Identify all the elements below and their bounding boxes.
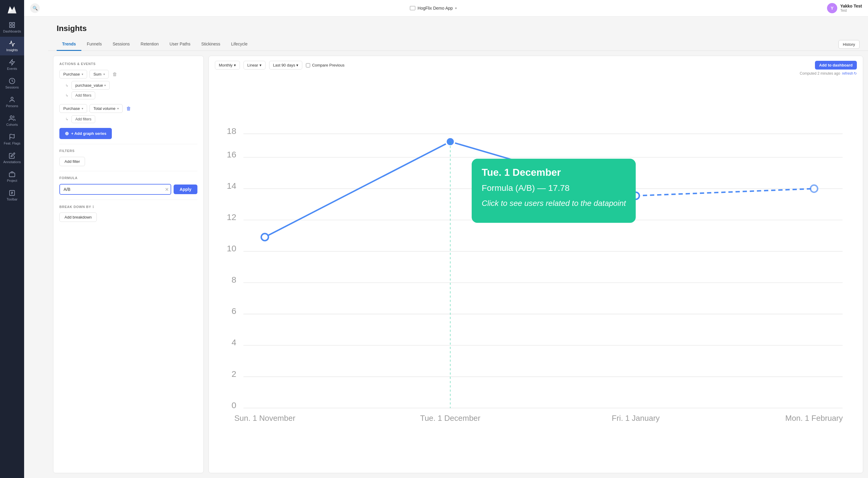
formula-input-wrap: ✕: [59, 184, 171, 195]
series-b-row: Purchase ▾ Total volume ▾ 🗑 ↳ Add filter…: [59, 104, 197, 123]
sidebar-item-dashboards[interactable]: Dashboards: [0, 18, 24, 37]
chevron-down-icon: ▾: [104, 84, 106, 87]
sidebar: Dashboards Insights Events Sessions Pers…: [0, 0, 24, 478]
svg-text:8: 8: [231, 275, 236, 284]
computed-row: Computed 2 minutes ago refresh ↻: [209, 70, 863, 75]
add-to-dashboard-button[interactable]: Add to dashboard: [815, 61, 857, 70]
sidebar-item-project[interactable]: Project: [0, 167, 24, 186]
series-a-aggregation-select[interactable]: Sum ▾: [90, 70, 109, 78]
svg-text:0: 0: [231, 400, 236, 410]
breakdown-label: BREAK DOWN BY: [59, 205, 91, 209]
svg-point-8: [11, 97, 13, 99]
series-a-filters-row: ↳ Add filters: [59, 92, 197, 99]
svg-text:Mon. 1 February: Mon. 1 February: [785, 414, 843, 422]
formula-clear-button[interactable]: ✕: [165, 186, 169, 192]
search-button[interactable]: 🔍: [30, 3, 40, 13]
svg-text:14: 14: [227, 181, 236, 191]
svg-rect-3: [13, 23, 14, 24]
svg-text:Formula (A/B) — 17.78: Formula (A/B) — 17.78: [482, 183, 569, 193]
tab-sessions[interactable]: Sessions: [107, 38, 135, 51]
username: Yakko Test: [840, 4, 862, 8]
sidebar-item-annotations[interactable]: Annotations: [0, 149, 24, 167]
add-filter-button[interactable]: Add filter: [59, 157, 85, 166]
series-b-filters-row: ↳ Add filters: [59, 115, 197, 123]
svg-text:Tue. 1 December: Tue. 1 December: [420, 414, 480, 422]
app-name-display: HogFlix Demo App ▾: [410, 6, 457, 10]
tab-stickiness[interactable]: Stickiness: [196, 38, 226, 51]
user-details: Yakko Test Test: [840, 4, 862, 13]
tab-user-paths[interactable]: User Paths: [164, 38, 195, 51]
tab-funnels[interactable]: Funnels: [82, 38, 107, 51]
actions-events-label: ACTIONS & EVENTS: [59, 62, 197, 66]
series-a-event-select[interactable]: Purchase ▾: [59, 70, 87, 78]
compare-previous-checkbox[interactable]: [306, 63, 310, 67]
refresh-icon: ↻: [854, 71, 857, 75]
arrow-right-icon: ↳: [65, 117, 68, 121]
svg-point-40: [810, 185, 818, 192]
series-a-add-filters-button[interactable]: Add filters: [71, 92, 95, 99]
chevron-down-icon: ▾: [117, 107, 119, 110]
refresh-link[interactable]: refresh ↻: [842, 71, 857, 75]
sidebar-item-toolbar[interactable]: Toolbar: [0, 186, 24, 205]
sidebar-item-persons[interactable]: Persons: [0, 93, 24, 111]
app-name: HogFlix Demo App: [418, 6, 453, 10]
tabs-list: Trends Funnels Sessions Retention User P…: [57, 38, 253, 50]
plus-icon: ⊕: [65, 131, 69, 136]
app-icon: [410, 6, 415, 10]
user-info: Y Yakko Test Test: [827, 3, 862, 13]
svg-rect-2: [10, 23, 11, 24]
chevron-down-icon: ▾: [234, 63, 236, 67]
date-range-button[interactable]: Last 90 days ▾: [269, 61, 303, 70]
svg-text:16: 16: [227, 149, 236, 159]
series-b-delete-button[interactable]: 🗑: [125, 105, 132, 112]
sidebar-item-sessions[interactable]: Sessions: [0, 74, 24, 93]
svg-text:Tue. 1 December: Tue. 1 December: [482, 167, 561, 178]
svg-point-37: [261, 234, 269, 241]
svg-text:18: 18: [227, 126, 236, 136]
svg-point-38: [446, 137, 455, 146]
formula-label: FORMULA: [59, 176, 197, 180]
page-title: Insights: [57, 24, 860, 33]
logo[interactable]: [0, 0, 24, 18]
period-button[interactable]: Monthly ▾: [215, 61, 240, 70]
chart-controls: Monthly ▾ Linear ▾ Last 90 days ▾ Compar…: [209, 56, 863, 70]
arrow-right-icon: ↳: [65, 83, 68, 88]
page-header: Insights: [48, 16, 868, 38]
content-area: ACTIONS & EVENTS Purchase ▾ Sum ▾ 🗑 ↳: [48, 51, 868, 478]
svg-text:6: 6: [231, 306, 236, 316]
series-b-add-filters-button[interactable]: Add filters: [71, 115, 95, 123]
chevron-down-icon: ▾: [455, 6, 457, 10]
sidebar-item-insights[interactable]: Insights: [0, 37, 24, 56]
compare-previous-label[interactable]: Compare Previous: [306, 63, 344, 67]
topbar: 🔍 HogFlix Demo App ▾ Y Yakko Test Test: [24, 0, 868, 16]
chevron-down-icon: ▾: [103, 73, 105, 76]
tabs-bar: Trends Funnels Sessions Retention User P…: [48, 38, 868, 51]
chevron-down-icon: ▾: [82, 107, 83, 110]
series-a-property-select[interactable]: purchase_value ▾: [71, 81, 110, 90]
sidebar-item-cohorts[interactable]: Cohorts: [0, 111, 24, 130]
tab-lifecycle[interactable]: Lifecycle: [226, 38, 253, 51]
user-role: Test: [840, 8, 862, 13]
tab-retention[interactable]: Retention: [135, 38, 164, 51]
svg-rect-5: [13, 26, 14, 27]
series-b-aggregation-select[interactable]: Total volume ▾: [90, 104, 123, 113]
history-button[interactable]: History: [838, 40, 860, 49]
add-breakdown-button[interactable]: Add breakdown: [59, 212, 97, 222]
sidebar-item-feat-flags[interactable]: Feat. Flags: [0, 130, 24, 149]
series-b-event-select[interactable]: Purchase ▾: [59, 104, 87, 113]
sidebar-item-events[interactable]: Events: [0, 56, 24, 74]
main-content: Insights Trends Funnels Sessions Retenti…: [48, 16, 868, 478]
svg-marker-6: [10, 60, 15, 65]
series-a-row: Purchase ▾ Sum ▾ 🗑 ↳ purchase_value ▾: [59, 70, 197, 99]
scale-button[interactable]: Linear ▾: [244, 61, 266, 70]
computed-text: Computed 2 minutes ago: [800, 71, 840, 75]
chart-area: 0 2 4 6 8 10 12 14 16 18: [209, 75, 863, 473]
add-series-button[interactable]: ⊕ + Add graph series: [59, 128, 112, 139]
chevron-down-icon: ▾: [82, 73, 83, 76]
apply-button[interactable]: Apply: [174, 184, 197, 194]
formula-input[interactable]: [59, 184, 171, 195]
svg-text:Sun. 1 November: Sun. 1 November: [234, 414, 296, 422]
formula-row: ✕ Apply: [59, 184, 197, 195]
tab-trends[interactable]: Trends: [57, 38, 82, 51]
series-a-delete-button[interactable]: 🗑: [111, 70, 119, 78]
